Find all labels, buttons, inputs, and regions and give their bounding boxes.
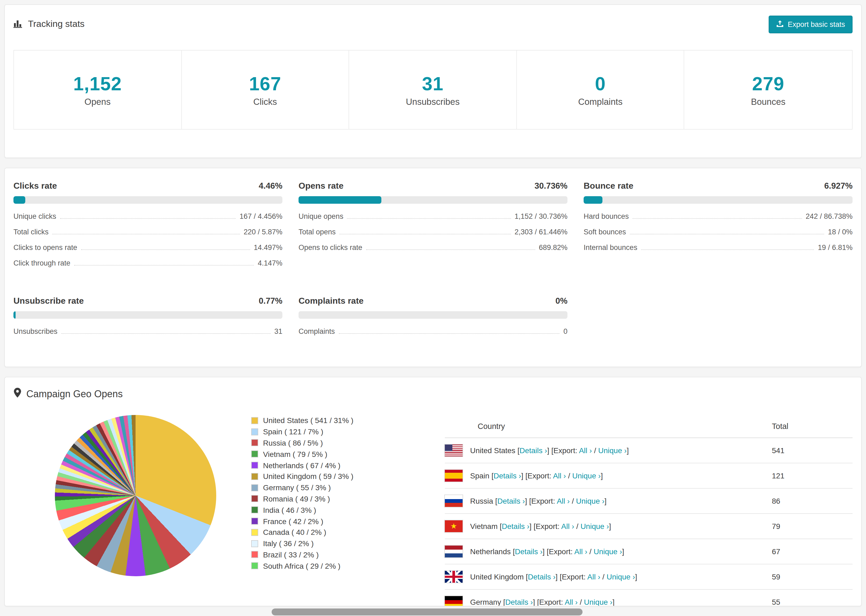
legend-label: Brazil ( 33 / 2% ) xyxy=(263,550,319,559)
country-name: Russia xyxy=(470,497,493,505)
country-links: [Details ›] [Export: All › / Unique ›] xyxy=(524,572,637,581)
export-all-link[interactable]: All › xyxy=(575,547,587,556)
legend-item: India ( 46 / 3% ) xyxy=(251,504,392,516)
export-all-link[interactable]: All › xyxy=(553,471,566,480)
legend-label: Spain ( 121 / 7% ) xyxy=(263,427,323,436)
rate-row-label: Complaints xyxy=(299,327,335,335)
export-all-link[interactable]: All › xyxy=(587,572,600,581)
country-total: 79 xyxy=(772,514,853,539)
tracking-stats-title-text: Tracking stats xyxy=(28,19,85,30)
bar-chart-icon xyxy=(13,18,23,30)
rate-panel-bounce: Bounce rate6.927% Hard bounces242 / 86.7… xyxy=(584,181,853,275)
details-link[interactable]: Details › xyxy=(520,446,547,455)
country-name: United States xyxy=(470,446,515,455)
legend-label: Russia ( 86 / 5% ) xyxy=(263,438,323,447)
clicks-rate-progress-bar xyxy=(13,196,282,204)
rate-row: Unsubscribes31 xyxy=(13,327,282,343)
rate-row-value: 18 / 0% xyxy=(828,228,853,236)
rate-row: Total opens2,303 / 61.446% xyxy=(299,228,567,244)
location-pin-icon xyxy=(13,388,22,401)
complaints-label: Complaints xyxy=(578,96,623,107)
country-total: 121 xyxy=(772,463,853,488)
legend-label: United States ( 541 / 31% ) xyxy=(263,416,353,425)
geo-table: Country Total United States [Details ›] … xyxy=(445,415,853,606)
legend-item: Vietnam ( 79 / 5% ) xyxy=(251,449,392,460)
unsubscribe-rate-progress-bar xyxy=(13,311,282,319)
export-unique-link[interactable]: Unique › xyxy=(606,572,635,581)
progress-fill xyxy=(13,311,16,319)
legend-swatch xyxy=(251,428,258,435)
legend-item: United Kingdom ( 59 / 3% ) xyxy=(251,471,392,482)
rate-row-value: 167 / 4.456% xyxy=(239,212,282,220)
export-unique-link[interactable]: Unique › xyxy=(572,471,601,480)
flag-de-icon xyxy=(445,596,463,606)
geo-table-row: United States [Details ›] [Export: All ›… xyxy=(445,438,853,463)
unsubscribes-label: Unsubscribes xyxy=(406,96,460,107)
details-link[interactable]: Details › xyxy=(502,522,529,531)
export-basic-stats-button[interactable]: Export basic stats xyxy=(769,15,853,33)
rate-row: Click through rate4.147% xyxy=(13,259,282,275)
export-unique-link[interactable]: Unique › xyxy=(594,547,622,556)
geo-body: United States ( 541 / 31% )Spain ( 121 /… xyxy=(13,415,853,606)
rates-card: Clicks rate4.46% Unique clicks167 / 4.45… xyxy=(4,168,862,367)
legend-swatch xyxy=(251,507,258,514)
clicks-count: 167 xyxy=(249,73,281,94)
rate-row-value: 689.82% xyxy=(539,244,567,251)
export-unique-link[interactable]: Unique › xyxy=(580,522,609,531)
rate-row-label: Soft bounces xyxy=(584,228,626,236)
legend-swatch xyxy=(251,529,258,536)
details-link[interactable]: Details › xyxy=(497,497,525,505)
rate-row: Unique clicks167 / 4.456% xyxy=(13,212,282,228)
country-column-header: Country xyxy=(445,415,772,438)
legend-label: South Africa ( 29 / 2% ) xyxy=(263,562,340,570)
export-all-link[interactable]: All › xyxy=(561,522,574,531)
legend-swatch xyxy=(251,563,258,569)
details-link[interactable]: Details › xyxy=(528,572,556,581)
rate-row: Opens to clicks rate689.82% xyxy=(299,244,567,259)
details-link[interactable]: Details › xyxy=(515,547,543,556)
country-total: 67 xyxy=(772,539,853,564)
tracking-stats-header: Tracking stats Export basic stats xyxy=(13,13,853,35)
export-unique-link[interactable]: Unique › xyxy=(576,497,605,505)
rates-grid: Clicks rate4.46% Unique clicks167 / 4.45… xyxy=(13,181,853,343)
dotted-leader xyxy=(60,218,236,219)
country-name: Vietnam xyxy=(470,522,498,531)
unsubscribe-rate-value: 0.77% xyxy=(259,296,282,306)
dotted-leader xyxy=(347,218,511,219)
export-unique-link[interactable]: Unique › xyxy=(598,446,627,455)
geo-table-header-row: Country Total xyxy=(445,415,853,438)
export-all-link[interactable]: All › xyxy=(565,598,578,606)
opens-count: 1,152 xyxy=(73,73,122,94)
complaints-rate-value: 0% xyxy=(555,296,567,306)
complaints-rate-title: Complaints rate xyxy=(299,296,364,306)
country-links: [Details ›] [Export: All › / Unique ›] xyxy=(498,522,611,531)
legend-label: France ( 42 / 2% ) xyxy=(263,517,323,525)
country-total: 86 xyxy=(772,488,853,514)
export-all-link[interactable]: All › xyxy=(579,446,592,455)
tracking-stats-card: Tracking stats Export basic stats 1,152 … xyxy=(4,4,862,158)
dotted-leader xyxy=(633,218,802,219)
unsubscribe-rate-title: Unsubscribe rate xyxy=(13,296,83,306)
stat-box-bounces: 279 Bounces xyxy=(685,50,852,129)
geo-opens-title-text: Campaign Geo Opens xyxy=(26,388,123,400)
legend-item: Netherlands ( 67 / 4% ) xyxy=(251,460,392,471)
legend-swatch xyxy=(251,417,258,424)
details-link[interactable]: Details › xyxy=(493,471,521,480)
country-name: United Kingdom xyxy=(470,572,524,581)
export-all-link[interactable]: All › xyxy=(557,497,570,505)
horizontal-scrollbar-thumb[interactable] xyxy=(272,608,583,616)
rate-row-value: 2,303 / 61.446% xyxy=(515,228,567,236)
geo-table-row: Netherlands [Details ›] [Export: All › /… xyxy=(445,539,853,564)
legend-item: France ( 42 / 2% ) xyxy=(251,515,392,527)
dotted-leader xyxy=(81,250,250,250)
export-unique-link[interactable]: Unique › xyxy=(584,598,612,606)
dotted-leader xyxy=(61,333,271,334)
dotted-leader xyxy=(630,234,824,234)
geo-table-row: Vietnam [Details ›] [Export: All › / Uni… xyxy=(445,514,853,539)
rate-row-value: 4.147% xyxy=(258,259,282,267)
rate-row-value: 242 / 86.738% xyxy=(806,212,853,220)
flag-gb-icon xyxy=(445,571,463,583)
legend-swatch xyxy=(251,518,258,525)
country-links: [Details ›] [Export: All › / Unique ›] xyxy=(490,471,603,480)
details-link[interactable]: Details › xyxy=(505,598,533,606)
